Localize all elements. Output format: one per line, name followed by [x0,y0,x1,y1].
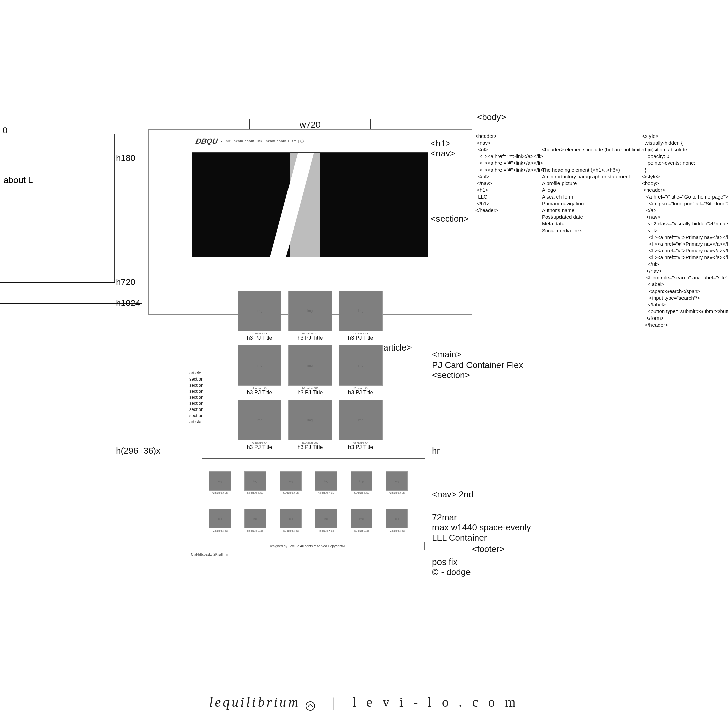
tag-hr: hr [432,445,440,456]
mini-thumb: img [280,509,302,528]
nav-mini[interactable]: imgh2.nature X SS [386,509,408,532]
mini-caption: h2.nature X SS [350,529,372,532]
card-subtitle: h2.nature XX [238,387,281,390]
card-title: h3 PJ Title [288,335,332,341]
nav-mini[interactable]: imgh2.nature X SS [280,471,302,494]
sidelist-item: section [190,388,203,394]
nav-mini[interactable]: imgh2.nature X SS [386,471,408,494]
card-subtitle: h2.nature XX [288,332,332,335]
svg-point-0 [306,702,315,710]
card-title: h3 PJ Title [238,335,281,341]
mini-caption: h2.nature X SS [386,492,408,494]
code-line: position: absolute; [642,146,728,153]
card-thumb: img [288,345,332,385]
code-line: Primary navigation [542,200,650,207]
card-subtitle: h2.nature XX [238,441,281,444]
tag-footer: <footer> [472,544,505,554]
nav-mini[interactable]: imgh2.nature X SS [209,509,231,532]
code-line: <li><a href="#">Primary nav</a></li> [642,234,728,241]
pj-card[interactable]: imgh2.nature XXh3 PJ Title [288,345,332,396]
note-pj-container: PJ Card Container Flex [432,360,523,370]
brand-bar: lequilibrium | l e v i - l o . c o m [0,694,728,710]
code-line: <ul> [642,227,728,234]
mini-caption: h2.nature X SS [315,529,337,532]
card-thumb: img [288,400,332,440]
code-line: Meta data [542,220,650,227]
mini-thumb: img [244,509,266,528]
mini-caption: h2.nature X SS [209,529,231,532]
code-line: <header> [642,187,728,193]
card-subtitle: h2.nature XX [339,332,382,335]
code-line: <li><a href="#">Primary nav</a></li> [642,254,728,261]
code-line: <nav> [642,214,728,220]
code-line: <nav> [475,139,543,146]
sidelist-item: section [190,376,203,382]
code-line: <input type="search"/> [642,295,728,301]
code-line: </nav> [475,180,543,187]
code-line: <li><a href="#">Primary nav</a></li> [642,248,728,254]
left-box-2 [0,181,115,283]
mini-caption: h2.nature X SS [386,529,408,532]
brand-sep: | [332,694,336,710]
tag-main: <main> [432,349,461,359]
nav-mini[interactable]: imgh2.nature X SS [315,471,337,494]
pj-card[interactable]: imgh2.nature XXh3 PJ Title [288,291,332,341]
nav-mini[interactable]: imgh2.nature X SS [244,471,266,494]
card-title: h3 PJ Title [288,390,332,396]
mini-caption: h2.nature X SS [280,529,302,532]
nav-mini[interactable]: imgh2.nature X SS [350,509,372,532]
code-line: </nav> [642,268,728,274]
nav-mini[interactable]: imgh2.nature X SS [244,509,266,532]
footer-left-text: C.akfdb.pasky 2K sdlf nmrn [191,553,232,557]
card-subtitle: h2.nature XX [339,441,382,444]
code-line: <ul> [475,146,543,153]
marker-h720: h720 [116,277,136,288]
code-line: <label> [642,281,728,288]
hr-double [202,458,425,461]
wireframe: DBQU • link:linknm about link:linknm abo… [192,129,428,257]
pj-card[interactable]: imgh2.nature XXh3 PJ Title [238,291,281,341]
code-col-1: <header> <nav> <ul> <li><a href="#">link… [475,133,543,214]
pj-card[interactable]: imgh2.nature XXh3 PJ Title [339,291,382,341]
sidelist-item: section [190,382,203,388]
nav-mini[interactable]: imgh2.nature X SS [209,471,231,494]
code-line: Social media links [542,227,650,234]
note-72mar: 72mar [432,512,457,523]
brand-logo-icon [305,699,315,709]
sidelist-item: section [190,401,203,407]
pj-card[interactable]: imgh2.nature XXh3 PJ Title [238,345,281,396]
card-title: h3 PJ Title [238,444,281,450]
mini-caption: h2.nature X SS [209,492,231,494]
pj-card[interactable]: imgh2.nature XXh3 PJ Title [288,400,332,450]
code-line: </h1> [475,200,543,207]
mini-caption: h2.nature X SS [244,492,266,494]
side-taglist: articlesectionsectionsectionsectionsecti… [190,370,203,425]
wf-header-links: • link:linknm about link:linknm about L … [221,139,304,144]
pj-card[interactable]: imgh2.nature XXh3 PJ Title [339,345,382,396]
mini-thumb: img [350,509,372,528]
nav-mini[interactable]: imgh2.nature X SS [350,471,372,494]
mini-thumb: img [209,509,231,528]
code-line: LLC [475,193,543,200]
nav-mini[interactable]: imgh2.nature X SS [315,509,337,532]
brand-divider [20,674,708,674]
nav-strip-1: imgh2.nature X SSimgh2.nature X SSimgh2.… [209,471,408,494]
pj-card[interactable]: imgh2.nature XXh3 PJ Title [339,400,382,450]
code-line: pointer-events: none; [642,160,728,167]
footer-center-text: Designed by Levi Lo All rights reserved … [269,544,345,548]
mini-caption: h2.nature X SS [315,492,337,494]
pj-card[interactable]: imgh2.nature XXh3 PJ Title [238,400,281,450]
code-line: <li><a href="#">link</a></li> [475,160,543,167]
sidelist-item: article [190,370,203,376]
code-line: } [642,167,728,173]
code-line: An introductory paragraph or statement. [542,173,650,180]
card-title: h3 PJ Title [288,444,332,450]
note-posfix: pos fix [432,557,457,567]
mini-thumb: img [315,471,337,491]
nav-mini[interactable]: imgh2.nature X SS [280,509,302,532]
brand-left: lequilibrium [209,694,300,710]
code-line: A profile picture [542,180,650,187]
ruler-h296-line [0,452,115,452]
marker-h1024: h1024 [116,298,140,308]
card-grid: imgh2.nature XXh3 PJ Titleimgh2.nature X… [192,286,428,450]
